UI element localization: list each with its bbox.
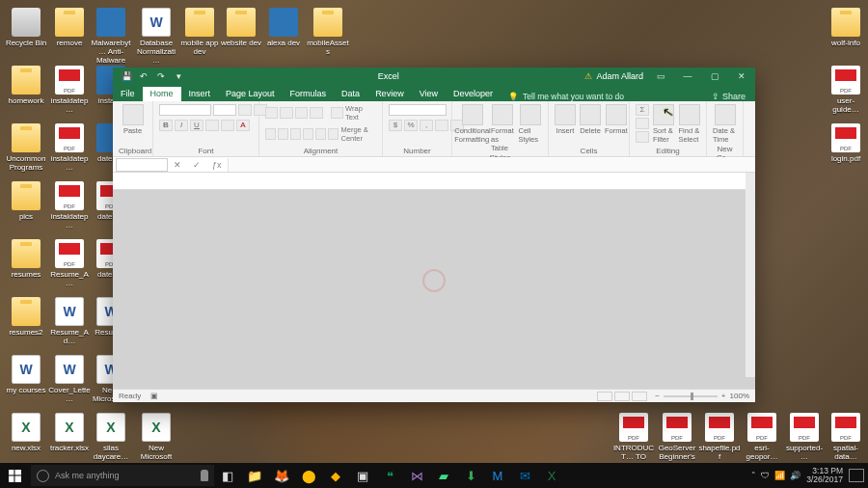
tab-data[interactable]: Data xyxy=(334,87,367,101)
tell-me-search[interactable]: 💡 Tell me what you want to do xyxy=(501,92,624,101)
desktop-icon[interactable]: Malwarebyt… Anti-Malware xyxy=(90,8,132,65)
desktop-icon[interactable]: resumes xyxy=(5,239,47,279)
desktop-icon[interactable]: mobile app dev xyxy=(178,8,221,56)
desktop-icon[interactable]: wolf-info xyxy=(825,8,867,47)
cortana-search[interactable]: Ask me anything xyxy=(31,465,214,486)
taskbar-chrome[interactable]: ⬤ xyxy=(295,463,322,488)
new-group-button[interactable]: Date & Time xyxy=(713,104,737,144)
tray-icon-2[interactable]: 📶 xyxy=(774,471,785,480)
clear-icon[interactable] xyxy=(636,131,649,143)
find-select-button[interactable]: Find & Select xyxy=(679,104,701,144)
minimize-button[interactable]: — xyxy=(674,68,701,85)
desktop-icon[interactable]: Xtracker.xlsx xyxy=(48,413,91,452)
page-break-view-button[interactable] xyxy=(632,392,647,401)
tab-view[interactable]: View xyxy=(412,87,446,101)
taskbar-android-studio[interactable]: ▰ xyxy=(430,463,457,488)
fx-icon[interactable]: ƒx xyxy=(206,160,228,170)
desktop-icon[interactable]: spatial-data… xyxy=(825,413,867,461)
font-name-combo[interactable] xyxy=(159,104,211,116)
autosum-icon[interactable]: Σ xyxy=(636,104,649,116)
taskbar-downloads[interactable]: ⬇ xyxy=(457,463,484,488)
fill-color-button[interactable] xyxy=(221,120,234,131)
align-middle-icon[interactable] xyxy=(280,107,292,119)
desktop-icon[interactable]: Resume_A… xyxy=(48,239,91,287)
tab-developer[interactable]: Developer xyxy=(446,87,501,101)
taskbar-app-diamond[interactable]: ◆ xyxy=(322,463,349,488)
qat-undo-icon[interactable]: ↶ xyxy=(138,71,149,81)
name-box[interactable] xyxy=(116,158,168,172)
sort-filter-button[interactable]: Sort & Filter xyxy=(653,104,675,144)
qat-save-icon[interactable]: 💾 xyxy=(121,71,132,81)
desktop-icon[interactable]: user-guide… xyxy=(825,66,867,114)
currency-icon[interactable]: $ xyxy=(389,120,402,131)
decrease-indent-icon[interactable] xyxy=(303,128,313,140)
comma-icon[interactable]: , xyxy=(420,120,433,131)
percent-icon[interactable]: % xyxy=(404,120,418,131)
delete-cells-button[interactable]: Delete xyxy=(580,104,601,135)
formula-input[interactable] xyxy=(228,158,755,172)
desktop-icon[interactable]: instaldatep… xyxy=(48,66,91,114)
format-cells-button[interactable]: Format xyxy=(605,104,628,135)
taskbar-file-explorer[interactable]: 📁 xyxy=(241,463,268,488)
share-button[interactable]: ⇪ Share xyxy=(702,92,755,101)
font-color-button[interactable]: A xyxy=(236,120,250,131)
qat-customize-icon[interactable]: ▾ xyxy=(173,71,184,81)
taskbar-cmd[interactable]: ▣ xyxy=(349,463,376,488)
underline-button[interactable]: U xyxy=(190,120,203,131)
zoom-slider[interactable] xyxy=(664,395,718,397)
border-button[interactable] xyxy=(205,120,219,131)
desktop-icon[interactable]: alexa dev xyxy=(262,8,305,47)
desktop-icon[interactable]: INTRODUCT… TO GEOGRA… xyxy=(612,413,655,470)
desktop-icon[interactable]: GeoServer Beginner's… xyxy=(656,413,698,470)
increase-font-icon[interactable] xyxy=(238,104,252,116)
paste-button[interactable]: Paste xyxy=(119,104,147,135)
align-left-icon[interactable] xyxy=(265,128,276,140)
desktop-icon[interactable]: esri-geopor… xyxy=(741,413,783,461)
wrap-text-button[interactable] xyxy=(331,107,343,119)
desktop-icon[interactable]: shapefile.pdf xyxy=(698,413,741,461)
merge-button[interactable] xyxy=(328,128,339,140)
font-size-combo[interactable] xyxy=(213,104,236,116)
italic-button[interactable]: I xyxy=(175,120,188,131)
close-button[interactable]: ✕ xyxy=(728,68,755,85)
ribbon-options-icon[interactable]: ▭ xyxy=(647,68,674,85)
taskbar-excel[interactable]: X xyxy=(538,463,565,488)
zoom-out-button[interactable]: − xyxy=(655,392,660,400)
bold-button[interactable]: B xyxy=(159,120,173,131)
maximize-button[interactable]: ▢ xyxy=(701,68,728,85)
format-as-table-button[interactable]: Format as Table xyxy=(491,104,515,152)
tab-formulas[interactable]: Formulas xyxy=(283,87,335,101)
desktop-icon[interactable]: WCover_Lette… xyxy=(48,355,91,403)
page-layout-view-button[interactable] xyxy=(614,392,630,401)
zoom-level[interactable]: 100% xyxy=(730,392,749,400)
enter-formula-icon[interactable]: ✓ xyxy=(187,160,206,170)
desktop-icon[interactable]: instaldatep… xyxy=(48,181,91,230)
desktop-icon[interactable]: WDatabase Normalizati… xyxy=(135,8,177,65)
desktop-icon[interactable]: Xnew.xlsx xyxy=(5,413,47,452)
desktop-icon[interactable]: Wmy courses xyxy=(5,355,47,394)
tray-icon-1[interactable]: 🛡 xyxy=(761,471,770,480)
align-top-icon[interactable] xyxy=(265,107,278,119)
desktop-icon[interactable]: Uncommon Programs xyxy=(5,123,47,172)
fill-icon[interactable] xyxy=(636,118,649,129)
align-center-icon[interactable] xyxy=(278,128,288,140)
zoom-in-button[interactable]: + xyxy=(721,392,726,400)
taskbar-task-view[interactable]: ◧ xyxy=(214,463,241,488)
start-button[interactable] xyxy=(0,463,29,488)
desktop-icon[interactable]: Recycle Bin xyxy=(5,8,47,47)
inc-decimal-icon[interactable] xyxy=(435,120,448,131)
taskbar-malwarebytes[interactable]: M xyxy=(484,463,511,488)
worksheet-area[interactable] xyxy=(113,173,755,389)
clock[interactable]: 3:13 PM 3/26/2017 xyxy=(806,467,843,484)
taskbar-visual-studio[interactable]: ⋈ xyxy=(403,463,430,488)
desktop-icon[interactable]: login.pdf xyxy=(825,123,867,163)
desktop-icon[interactable]: resumes2 xyxy=(5,297,47,337)
action-center-icon[interactable] xyxy=(849,469,864,482)
qat-redo-icon[interactable]: ↷ xyxy=(155,71,167,81)
desktop-icon[interactable]: instaldatep… xyxy=(48,123,91,172)
number-format-combo[interactable] xyxy=(389,104,447,116)
microphone-icon[interactable] xyxy=(201,470,208,481)
desktop-icon[interactable]: website dev xyxy=(220,8,262,47)
orientation-icon[interactable] xyxy=(310,107,322,119)
conditional-formatting-button[interactable]: Conditional Formatting xyxy=(458,104,487,144)
